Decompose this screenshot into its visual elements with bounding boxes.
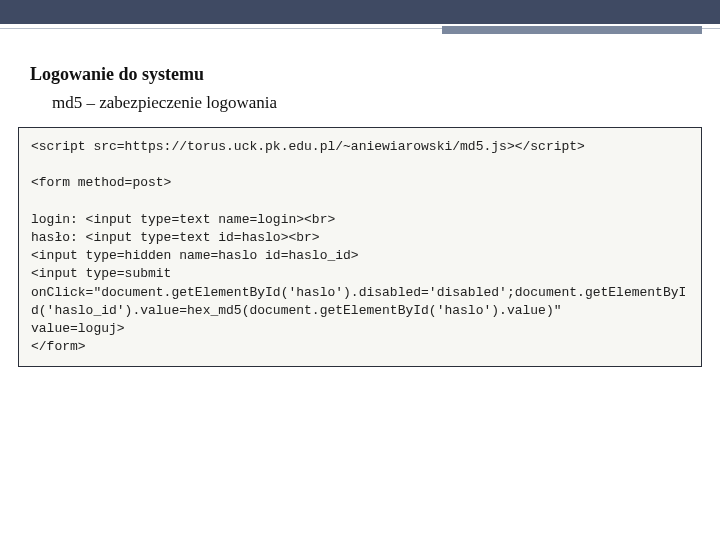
code-line: <input type=submit: [31, 266, 171, 281]
code-line: <script src=https://torus.uck.pk.edu.pl/…: [31, 139, 585, 154]
code-line: login: <input type=text name=login><br>: [31, 212, 335, 227]
code-line: </form>: [31, 339, 86, 354]
code-line: onClick="document.getElementById('haslo'…: [31, 285, 686, 318]
code-line: <form method=post>: [31, 175, 171, 190]
code-line: <input type=hidden name=haslo id=haslo_i…: [31, 248, 359, 263]
page-subtitle: md5 – zabezpieczenie logowania: [52, 93, 720, 113]
page-title: Logowanie do systemu: [30, 64, 720, 85]
slide-decoration: [0, 26, 720, 36]
slide-top-bar: [0, 0, 720, 24]
code-block: <script src=https://torus.uck.pk.edu.pl/…: [18, 127, 702, 367]
code-line: value=loguj>: [31, 321, 125, 336]
code-line: hasło: <input type=text id=haslo><br>: [31, 230, 320, 245]
